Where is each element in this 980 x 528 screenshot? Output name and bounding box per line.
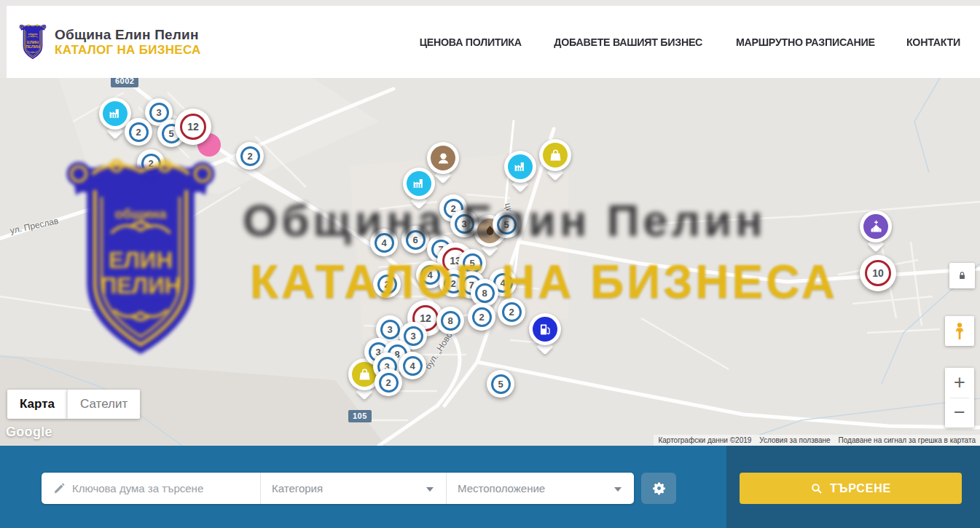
map-cluster-marker[interactable]: 2	[498, 298, 525, 326]
shopping-bag-icon	[543, 143, 568, 168]
pegman-icon	[952, 322, 968, 341]
svg-text:община: община	[28, 32, 38, 35]
map-cluster-marker[interactable]: 12	[175, 109, 211, 145]
cluster-count: 2	[141, 154, 161, 173]
map-type-control: Карта Сателит	[7, 390, 140, 419]
cluster-count: 4	[403, 356, 423, 376]
map-cluster-marker[interactable]: 2	[236, 142, 264, 170]
map-cluster-marker[interactable]: 5	[487, 370, 514, 398]
gear-icon	[651, 481, 667, 496]
lock-button[interactable]	[949, 263, 975, 288]
cluster-count: 6	[406, 230, 426, 250]
search-icon	[810, 482, 823, 494]
cluster-count: 2	[502, 302, 522, 322]
chevron-down-icon	[426, 487, 434, 492]
advanced-search-button[interactable]	[641, 473, 676, 504]
cluster-count: 12	[180, 114, 206, 140]
cluster-count: 5	[497, 215, 517, 235]
road-number-badge: 6002	[111, 78, 138, 87]
search-input-group: Категория Местоположение	[42, 473, 634, 504]
cluster-count: 10	[865, 260, 891, 286]
zoom-control: + −	[945, 368, 974, 427]
nav-item-add-business[interactable]: ДОБАВЕТЕ ВАШИЯТ БИЗНЕС	[554, 36, 702, 48]
cluster-count: 3	[380, 320, 400, 339]
svg-text:ЕЛИН: ЕЛИН	[27, 40, 39, 44]
church-icon	[863, 214, 888, 239]
location-dropdown-label: Местоположение	[458, 482, 545, 494]
category-dropdown[interactable]: Категория	[260, 473, 446, 504]
map-cluster-marker[interactable]: 10	[860, 255, 896, 291]
category-dropdown-label: Категория	[272, 482, 323, 494]
keyword-section	[42, 473, 260, 504]
map-cluster-marker[interactable]: 6	[401, 226, 429, 253]
factory-icon	[508, 154, 533, 179]
cluster-count: 3	[404, 326, 423, 346]
cluster-count: 5	[491, 374, 511, 394]
pin-head	[860, 210, 892, 243]
main-nav: ЦЕНОВА ПОЛИТИКА ДОБАВЕТЕ ВАШИЯТ БИЗНЕС М…	[417, 36, 962, 48]
road-number-badge: 105	[348, 410, 372, 422]
search-button[interactable]: ТЪРСЕНЕ	[740, 473, 962, 504]
map-cluster-marker[interactable]: 8	[471, 279, 498, 307]
map-pin-shopping-bag[interactable]	[539, 139, 571, 181]
cluster-count: 2	[129, 122, 149, 142]
map-cluster-marker[interactable]: 2	[375, 369, 402, 396]
zoom-out-button[interactable]: −	[945, 398, 974, 428]
nav-item-pricing[interactable]: ЦЕНОВА ПОЛИТИКА	[419, 36, 521, 48]
street-view-pegman[interactable]	[945, 316, 974, 346]
pin-head	[539, 139, 571, 171]
map-cluster-marker[interactable]: 5	[493, 210, 520, 238]
header: община ЕЛИН ПЕЛИН Община Елин Пелин КАТА…	[7, 6, 980, 78]
pin-head	[529, 313, 561, 345]
map-cluster-marker[interactable]: 3	[450, 210, 478, 237]
pin-head	[504, 151, 536, 183]
map-pin-church[interactable]	[860, 210, 892, 253]
map-attribution: Картографски данни ©2019 Условия за полз…	[654, 435, 980, 446]
attribution-terms-link[interactable]: Условия за ползване	[759, 436, 830, 444]
attribution-copyright: Картографски данни ©2019	[658, 436, 751, 444]
search-button-panel: ТЪРСЕНЕ	[726, 446, 980, 528]
map-cluster-marker[interactable]: 2	[468, 303, 495, 331]
cluster-count: 4	[375, 233, 394, 253]
brand-subtitle: КАТАЛОГ НА БИЗНЕСА	[55, 43, 201, 58]
cluster-count: 4	[420, 265, 440, 285]
municipality-crest-icon: община ЕЛИН ПЕЛИН	[18, 20, 47, 65]
map-pin-factory[interactable]	[504, 151, 536, 193]
map-pin-worker[interactable]	[427, 142, 459, 184]
nav-item-schedule[interactable]: МАРШРУТНО РАЗПИСАНИЕ	[736, 36, 875, 48]
lock-icon	[957, 270, 968, 281]
brand-title: Община Елин Пелин	[55, 27, 201, 43]
chevron-down-icon	[614, 487, 622, 492]
search-bar: ТЪРСЕНЕ Категория Местоположение	[0, 446, 980, 528]
map-canvas[interactable]: 3251222235647135422748212823338342510600…	[0, 78, 980, 446]
map-cluster-marker[interactable]: 8	[436, 307, 464, 334]
factory-icon	[103, 101, 128, 126]
map-cluster-marker[interactable]: 4	[370, 229, 398, 256]
svg-text:ПЕЛИН: ПЕЛИН	[26, 44, 40, 49]
nav-item-contacts[interactable]: КОНТАКТИ	[906, 36, 960, 48]
map-type-map-button[interactable]: Карта	[7, 390, 67, 419]
cluster-count: 8	[441, 311, 460, 331]
map-type-satellite-button[interactable]: Сателит	[67, 390, 140, 419]
map-cluster-marker[interactable]: 2	[125, 118, 152, 146]
map-cluster-marker[interactable]: 2	[137, 149, 165, 177]
pin-head	[427, 142, 459, 174]
map-cluster-marker[interactable]: 2	[373, 270, 401, 298]
cluster-count: 2	[377, 275, 397, 294]
keyword-search-input[interactable]	[72, 482, 253, 494]
cluster-count: 2	[240, 146, 260, 166]
pencil-icon	[53, 482, 66, 494]
cluster-count: 2	[379, 373, 399, 393]
map-cluster-marker[interactable]: 4	[399, 352, 426, 379]
location-dropdown[interactable]: Местоположение	[446, 473, 634, 504]
attribution-report-link[interactable]: Подаване на сигнал за грешка в картата	[839, 436, 976, 444]
google-logo[interactable]: Google	[6, 425, 52, 440]
fuel-icon	[533, 317, 557, 342]
cluster-count: 8	[475, 283, 495, 303]
map-pin-fuel[interactable]	[529, 313, 561, 355]
zoom-in-button[interactable]: +	[945, 368, 974, 398]
brand[interactable]: община ЕЛИН ПЕЛИН Община Елин Пелин КАТА…	[18, 20, 201, 65]
cluster-count: 3	[455, 214, 474, 234]
cluster-count: 2	[472, 307, 492, 327]
page: община ЕЛИН ПЕЛИН Община Елин Пелин КАТА…	[0, 0, 980, 528]
